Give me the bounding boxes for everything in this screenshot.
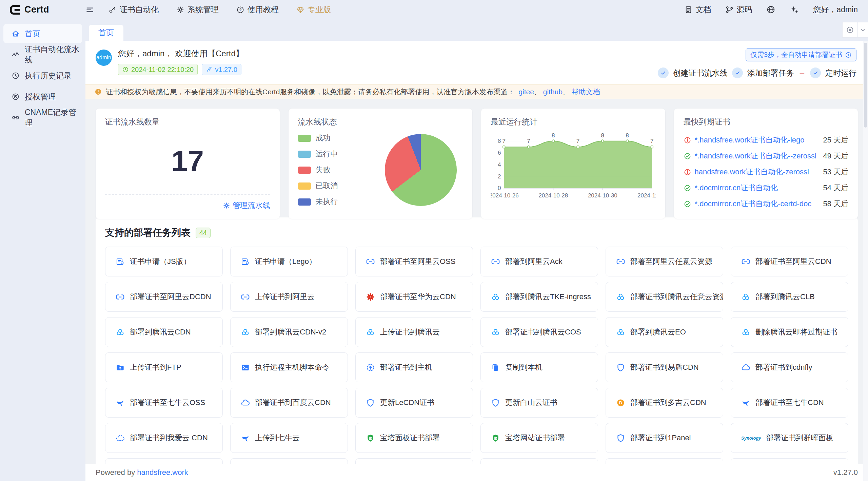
- avatar[interactable]: admin: [96, 50, 112, 66]
- task-card-部署证书至七牛云OSS[interactable]: 部署证书至七牛云OSS: [105, 388, 223, 418]
- tencent-icon: [491, 328, 500, 337]
- tab-controls: [842, 22, 868, 38]
- handsfree-link[interactable]: handsfree.work: [137, 468, 188, 477]
- chevron-down-icon: [859, 26, 867, 34]
- task-card-partial[interactable]: [105, 458, 223, 464]
- task-card-部署证书到群晖面板[interactable]: Synology部署证书到群晖面板: [731, 423, 848, 453]
- task-card-partial[interactable]: [355, 458, 473, 464]
- cert-pipeline-link[interactable]: *.docmirror.cn证书自动化: [695, 183, 820, 193]
- task-card-部署证书到腾讯云任意云资源[interactable]: 部署证书到腾讯云任意云资源: [606, 282, 723, 312]
- task-card-证书申请（Lego）[interactable]: 证书申请（Lego）: [230, 247, 348, 276]
- close-tabs-button[interactable]: [842, 22, 858, 38]
- task-card-更新白山云证书[interactable]: 更新白山云证书: [480, 388, 598, 418]
- task-card-宝塔网站证书部署[interactable]: 宝塔网站证书部署: [480, 423, 598, 453]
- task-card-部署证书至华为云CDN[interactable]: 部署证书至华为云CDN: [355, 282, 473, 312]
- user-menu[interactable]: 您好，admin: [813, 4, 858, 15]
- tab-bar: 首页: [85, 19, 868, 41]
- task-card-部署证书到1Panel[interactable]: 部署证书到1Panel: [606, 423, 723, 453]
- vertical-scrollbar[interactable]: [863, 41, 868, 481]
- task-card-宝塔面板证书部署[interactable]: 宝塔面板证书部署: [355, 423, 473, 453]
- recent-runs-area-chart[interactable]: 0246877878872024-10-262024-10-282024-10-…: [491, 127, 656, 205]
- cert-pipeline-link[interactable]: *.handsfree.work证书自动化--zerossl: [695, 151, 820, 161]
- task-card-部署到腾讯云TKE-ingress[interactable]: 部署到腾讯云TKE-ingress: [480, 282, 598, 312]
- task-card-上传证书到阿里云[interactable]: 上传证书到阿里云: [230, 282, 348, 312]
- task-card-部署证书到主机[interactable]: 部署证书到主机: [355, 352, 473, 382]
- task-card-上传证书到腾讯云[interactable]: 上传证书到腾讯云: [355, 317, 473, 347]
- notice-link-帮助文档[interactable]: 帮助文档: [572, 88, 600, 96]
- nav-item-证书自动化[interactable]: 证书自动化: [108, 4, 159, 15]
- task-card-执行远程主机脚本命令[interactable]: 执行远程主机脚本命令: [230, 352, 348, 382]
- legend-item-已取消[interactable]: 已取消: [298, 181, 338, 191]
- cert-expiry-days: 54 天后: [823, 183, 848, 193]
- task-card-部署到腾讯云CLB[interactable]: 部署到腾讯云CLB: [731, 282, 848, 312]
- sidebar-item-执行历史记录[interactable]: 执行历史记录: [3, 66, 82, 85]
- task-card-部署证书至阿里云CDN[interactable]: 部署证书至阿里云CDN: [731, 247, 848, 276]
- task-card-上传到七牛云[interactable]: 上传到七牛云: [230, 423, 348, 453]
- nav-item-专业版[interactable]: 专业版: [296, 4, 331, 15]
- tab-home[interactable]: 首页: [89, 25, 123, 41]
- sidebar-item-证书自动化流水线[interactable]: 证书自动化流水线: [3, 45, 82, 64]
- legend-item-未执行[interactable]: 未执行: [298, 197, 338, 207]
- git-branch-icon: [725, 5, 734, 14]
- task-card-部署证书到百度云CDN[interactable]: 部署证书到百度云CDN: [230, 388, 348, 418]
- version-tag[interactable]: v1.27.0: [202, 64, 241, 75]
- task-card-部署证书到易盾CDN[interactable]: 部署证书到易盾CDN: [606, 352, 723, 382]
- svg-text:2024-10-26: 2024-10-26: [491, 192, 519, 199]
- task-card-部署到腾讯云CDN[interactable]: 部署到腾讯云CDN: [105, 317, 223, 347]
- language-switch[interactable]: [766, 5, 775, 14]
- task-card-上传证书到FTP[interactable]: 上传证书到FTP: [105, 352, 223, 382]
- task-card-label: 宝塔面板证书部署: [380, 433, 440, 443]
- sidebar-item-授权管理[interactable]: 授权管理: [3, 87, 82, 106]
- notice-link-gitee[interactable]: gitee: [518, 88, 534, 96]
- scrollbar-thumb[interactable]: [864, 43, 867, 128]
- sidebar-item-首页[interactable]: 首页: [3, 24, 82, 43]
- cert-pipeline-link[interactable]: handsfree.work证书自动化-zerossl: [695, 167, 820, 177]
- tencent-icon: [491, 292, 500, 302]
- task-card-部署证书至七牛CDN[interactable]: 部署证书至七牛CDN: [731, 388, 848, 418]
- task-card-部署到腾讯云EO[interactable]: 部署到腾讯云EO: [606, 317, 723, 347]
- task-card-删除腾讯云即将过期证书[interactable]: 删除腾讯云即将过期证书: [731, 317, 848, 347]
- task-card-部署至阿里云任意云资源[interactable]: 部署至阿里云任意云资源: [606, 247, 723, 276]
- docs-link[interactable]: 文档: [684, 4, 711, 15]
- task-card-部署证书到腾讯云COS[interactable]: 部署证书到腾讯云COS: [480, 317, 598, 347]
- nav-item-使用教程[interactable]: 使用教程: [236, 4, 279, 15]
- task-card-证书申请（JS版）[interactable]: 证书申请（JS版）: [105, 247, 223, 276]
- sidebar-collapse-icon[interactable]: [85, 5, 94, 14]
- task-card-部署到阿里云Ack[interactable]: 部署到阿里云Ack: [480, 247, 598, 276]
- nav-item-系统管理[interactable]: 系统管理: [176, 4, 219, 15]
- sidebar-item-CNAME记录管理[interactable]: CNAME记录管理: [3, 108, 82, 127]
- powered-by: Powered by handsfree.work: [96, 468, 188, 477]
- theme-toggle[interactable]: [790, 5, 799, 14]
- notice-link-github[interactable]: github: [543, 88, 563, 96]
- task-card-partial[interactable]: [230, 458, 348, 464]
- task-card-部署证书至阿里云DCDN[interactable]: 部署证书至阿里云DCDN: [105, 282, 223, 312]
- task-card-部署证书到cdnfly[interactable]: 部署证书到cdnfly: [731, 352, 848, 382]
- legend-item-失败[interactable]: 失败: [298, 165, 338, 175]
- cert-pipeline-link[interactable]: *.docmirror.cn证书自动化-certd-doc: [695, 199, 820, 209]
- status-pie-chart[interactable]: [385, 134, 457, 206]
- cert-pipeline-link[interactable]: *.handsfree.work证书自动化-lego: [695, 135, 820, 145]
- expiring-cert-row: *.handsfree.work证书自动化--zerossl49 天后: [684, 149, 849, 163]
- expiring-cert-row: *.docmirror.cn证书自动化-certd-doc58 天后: [684, 197, 849, 211]
- quick-steps: 创建证书流水线添加部署任务–定时运行: [658, 68, 856, 78]
- aliyun-icon: [741, 257, 750, 266]
- task-card-partial[interactable]: [731, 458, 848, 464]
- tab-menu-button[interactable]: [858, 22, 868, 38]
- task-card-部署证书到多吉云CDN[interactable]: 部署证书到多吉云CDN: [606, 388, 723, 418]
- sidebar-item-label: CNAME记录管理: [25, 107, 82, 128]
- task-card-部署证书至阿里云OSS[interactable]: 部署证书至阿里云OSS: [355, 247, 473, 276]
- task-card-更新LeCDN证书[interactable]: 更新LeCDN证书: [355, 388, 473, 418]
- svg-text:7: 7: [650, 138, 653, 145]
- source-code-link[interactable]: 源码: [725, 4, 752, 15]
- nav-item-label: 证书自动化: [120, 4, 159, 15]
- task-card-部署到腾讯云CDN-v2[interactable]: 部署到腾讯云CDN-v2: [230, 317, 348, 347]
- three-steps-badge[interactable]: 仅需3步，全自动申请部署证书: [746, 48, 856, 61]
- manage-pipelines-link[interactable]: 管理流水线: [223, 200, 270, 211]
- task-card-复制到本机[interactable]: 复制到本机: [480, 352, 598, 382]
- task-card-部署证书到我爱云 CDN[interactable]: 部署证书到我爱云 CDN: [105, 423, 223, 453]
- legend-item-运行中[interactable]: 运行中: [298, 149, 338, 159]
- task-card-partial[interactable]: [606, 458, 723, 464]
- task-card-partial[interactable]: [480, 458, 598, 464]
- legend-item-成功[interactable]: 成功: [298, 133, 338, 143]
- copy-icon: [491, 363, 500, 372]
